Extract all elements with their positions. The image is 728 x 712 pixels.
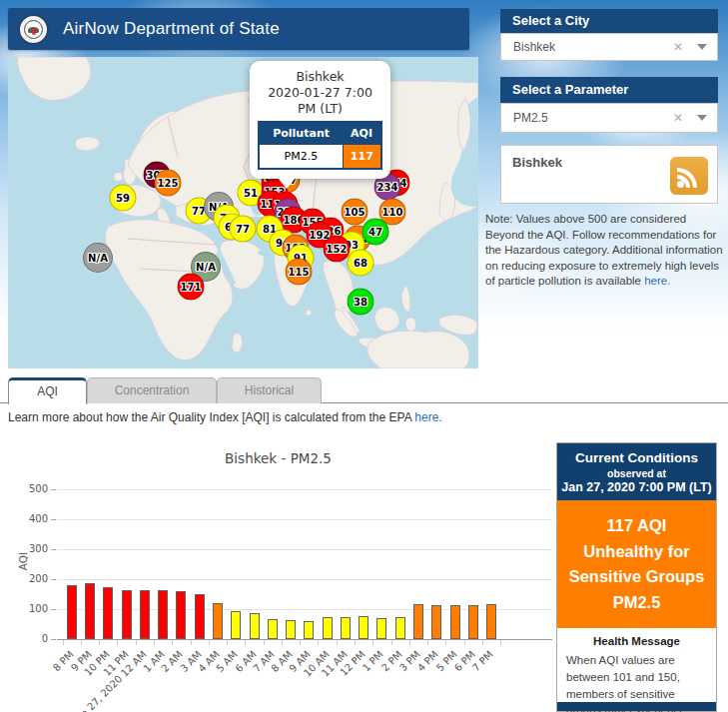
world-aqi-map[interactable]: 5930512577N/A776277N/AN/A171171511171111… [8, 57, 478, 368]
map-marker[interactable]: 115 [286, 259, 313, 286]
airnow-page: AirNow Department of State [0, 0, 728, 712]
popup-pollutant-value: PM2.5 [259, 145, 343, 170]
observed-datetime: Jan 27, 2020 7:00 PM (LT) [559, 480, 714, 494]
dos-seal-icon [18, 14, 49, 45]
popup-aqi-value: 117 [343, 145, 381, 170]
current-conditions-panel: Current Conditions observed at Jan 27, 2… [556, 442, 717, 712]
map-marker[interactable]: 77 [230, 216, 257, 243]
rss-city-label: Bishkek [512, 155, 562, 170]
map-popup: Bishkek 2020-01-27 7:00 PM (LT) Pollutan… [250, 61, 390, 179]
chevron-down-icon[interactable] [697, 115, 707, 121]
aqi-value-line: 117 AQI [559, 513, 714, 539]
city-select[interactable]: Bishkek ✕ [500, 33, 718, 61]
health-message-block: Health Message When AQI values are betwe… [557, 628, 716, 712]
aqi-bar[interactable] [103, 587, 113, 639]
aqi-note: Note: Values above 500 are considered Be… [485, 212, 727, 290]
map-marker[interactable]: 47 [363, 219, 389, 246]
aqi-parameter: PM2.5 [559, 590, 714, 616]
aqi-bar[interactable] [140, 590, 150, 639]
aqi-bar[interactable] [85, 583, 95, 639]
chart-y-axis-label: AQI [17, 552, 29, 570]
clear-parameter-icon[interactable]: ✕ [673, 111, 683, 125]
popup-city: Bishkek [258, 69, 382, 84]
health-message-title: Health Message [566, 635, 707, 647]
aqi-bar[interactable] [468, 605, 478, 639]
aqi-bar[interactable] [376, 618, 386, 639]
parameter-select-value: PM2.5 [513, 111, 673, 125]
map-marker[interactable]: 38 [348, 289, 374, 316]
map-marker[interactable]: 152 [324, 236, 351, 263]
tab-aqi[interactable]: AQI [8, 377, 87, 404]
aqi-bar[interactable] [450, 605, 460, 640]
observed-at-label: observed at [559, 467, 714, 479]
panel-footer-bar [557, 702, 716, 711]
learn-more-here-link[interactable]: here. [414, 410, 441, 424]
aqi-bar-chart: Bishkek - PM2.5 AQI 01002003004005008 PM… [0, 439, 556, 712]
popup-table: Pollutant AQI PM2.5 117 [258, 121, 382, 170]
map-marker[interactable]: 68 [348, 250, 374, 277]
aqi-category-block: 117 AQI Unhealthy for Sensitive Groups P… [557, 500, 716, 628]
aqi-bar[interactable] [176, 591, 186, 639]
current-conditions-header: Current Conditions observed at Jan 27, 2… [557, 443, 716, 500]
aqi-bar[interactable] [304, 621, 314, 639]
aqi-category: Unhealthy for Sensitive Groups [559, 539, 714, 590]
aqi-bar[interactable] [195, 594, 205, 639]
aqi-bar[interactable] [413, 604, 423, 639]
select-parameter-header: Select a Parameter [500, 77, 718, 103]
map-marker[interactable]: N/A [83, 243, 113, 273]
aqi-bar[interactable] [250, 613, 260, 639]
aqi-bar[interactable] [231, 611, 241, 639]
aqi-bar[interactable] [286, 620, 296, 639]
aqi-bar[interactable] [486, 604, 496, 639]
y-tick-label: 500 [0, 483, 48, 494]
chart-title: Bishkek - PM2.5 [57, 450, 499, 466]
aqi-bar[interactable] [341, 617, 351, 639]
city-select-value: Bishkek [513, 40, 673, 54]
aqi-bar[interactable] [213, 603, 223, 639]
y-tick-label: 100 [0, 603, 48, 614]
aqi-bar[interactable] [323, 617, 333, 639]
aqi-bar[interactable] [431, 605, 441, 639]
tab-concentration[interactable]: Concentration [87, 377, 217, 403]
clear-city-icon[interactable]: ✕ [673, 40, 683, 54]
popup-col-aqi: AQI [343, 122, 381, 145]
y-tick-label: 200 [0, 573, 48, 584]
popup-datetime: 2020-01-27 7:00 PM (LT) [258, 85, 382, 116]
app-title: AirNow Department of State [63, 19, 280, 39]
y-tick-label: 0 [0, 633, 48, 644]
aqi-bar[interactable] [158, 590, 168, 639]
aqi-bar[interactable] [359, 616, 368, 639]
popup-col-pollutant: Pollutant [259, 122, 343, 145]
chart-plot-area [57, 489, 552, 640]
aqi-bar[interactable] [268, 619, 278, 639]
chevron-down-icon[interactable] [697, 44, 707, 50]
learn-more-text: Learn more about how the Air Quality Ind… [8, 410, 442, 424]
rss-icon[interactable] [670, 157, 708, 195]
rss-feed-box: Bishkek [500, 145, 718, 204]
tab-historical[interactable]: Historical [217, 377, 322, 403]
parameter-select[interactable]: PM2.5 ✕ [500, 103, 718, 133]
current-conditions-title: Current Conditions [559, 450, 714, 465]
y-tick-label: 400 [0, 513, 48, 524]
aqi-bar[interactable] [67, 585, 77, 639]
map-basemap [8, 57, 478, 368]
select-city-header: Select a City [500, 9, 718, 33]
map-marker[interactable]: 171 [178, 274, 205, 301]
note-here-link[interactable]: here. [644, 275, 670, 287]
map-marker[interactable]: 59 [110, 185, 137, 212]
map-marker[interactable]: 105 [342, 199, 368, 226]
app-header: AirNow Department of State [8, 8, 469, 50]
aqi-bar[interactable] [122, 590, 132, 639]
map-marker[interactable]: 125 [155, 170, 182, 197]
note-text: Note: Values above 500 are considered Be… [485, 213, 723, 287]
y-tick-label: 300 [0, 543, 48, 554]
aqi-bar[interactable] [395, 617, 405, 640]
